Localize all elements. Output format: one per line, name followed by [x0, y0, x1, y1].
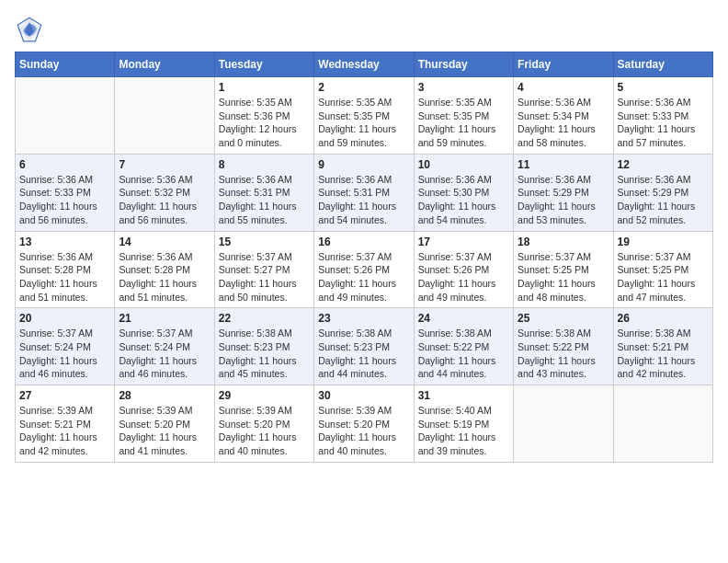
- day-number: 5: [618, 81, 709, 94]
- day-number: 15: [219, 236, 310, 248]
- day-info: Sunrise: 5:38 AM Sunset: 5:21 PM Dayligh…: [618, 327, 709, 381]
- day-info: Sunrise: 5:36 AM Sunset: 5:33 PM Dayligh…: [19, 173, 110, 227]
- calendar-body: 1Sunrise: 5:35 AM Sunset: 5:36 PM Daylig…: [16, 77, 713, 463]
- weekday-header-monday: Monday: [115, 52, 214, 77]
- calendar-cell: 7Sunrise: 5:36 AM Sunset: 5:32 PM Daylig…: [115, 154, 214, 231]
- calendar-cell: 10Sunrise: 5:36 AM Sunset: 5:30 PM Dayli…: [414, 154, 513, 231]
- day-number: 31: [418, 389, 509, 402]
- logo-icon: [15, 15, 44, 44]
- calendar-week-row: 13Sunrise: 5:36 AM Sunset: 5:28 PM Dayli…: [16, 231, 713, 308]
- day-info: Sunrise: 5:37 AM Sunset: 5:25 PM Dayligh…: [518, 250, 609, 304]
- weekday-header-tuesday: Tuesday: [214, 52, 313, 77]
- calendar-cell: [613, 385, 712, 463]
- weekday-header-row: SundayMondayTuesdayWednesdayThursdayFrid…: [16, 52, 713, 77]
- calendar-cell: 3Sunrise: 5:35 AM Sunset: 5:35 PM Daylig…: [414, 77, 513, 155]
- calendar-cell: 15Sunrise: 5:37 AM Sunset: 5:27 PM Dayli…: [214, 231, 313, 308]
- day-info: Sunrise: 5:36 AM Sunset: 5:29 PM Dayligh…: [618, 173, 709, 227]
- day-info: Sunrise: 5:37 AM Sunset: 5:27 PM Dayligh…: [219, 250, 310, 304]
- day-info: Sunrise: 5:38 AM Sunset: 5:23 PM Dayligh…: [318, 327, 409, 381]
- day-info: Sunrise: 5:36 AM Sunset: 5:31 PM Dayligh…: [318, 173, 409, 227]
- calendar-cell: 5Sunrise: 5:36 AM Sunset: 5:33 PM Daylig…: [613, 77, 712, 155]
- day-number: 18: [518, 236, 609, 248]
- day-number: 24: [418, 312, 509, 325]
- calendar-header: SundayMondayTuesdayWednesdayThursdayFrid…: [16, 52, 713, 77]
- calendar-cell: 18Sunrise: 5:37 AM Sunset: 5:25 PM Dayli…: [514, 231, 613, 308]
- day-info: Sunrise: 5:39 AM Sunset: 5:20 PM Dayligh…: [119, 404, 210, 458]
- day-number: 26: [618, 312, 709, 325]
- calendar-cell: [115, 77, 214, 155]
- calendar-week-row: 1Sunrise: 5:35 AM Sunset: 5:36 PM Daylig…: [16, 77, 713, 155]
- calendar-cell: 17Sunrise: 5:37 AM Sunset: 5:26 PM Dayli…: [414, 231, 513, 308]
- day-number: 27: [19, 389, 110, 402]
- day-number: 23: [318, 312, 409, 325]
- day-number: 29: [219, 389, 310, 402]
- calendar-cell: 16Sunrise: 5:37 AM Sunset: 5:26 PM Dayli…: [314, 231, 414, 308]
- day-info: Sunrise: 5:39 AM Sunset: 5:20 PM Dayligh…: [318, 404, 409, 458]
- day-info: Sunrise: 5:40 AM Sunset: 5:19 PM Dayligh…: [418, 404, 509, 458]
- calendar-cell: 2Sunrise: 5:35 AM Sunset: 5:35 PM Daylig…: [314, 77, 414, 155]
- day-info: Sunrise: 5:38 AM Sunset: 5:22 PM Dayligh…: [518, 327, 609, 381]
- day-info: Sunrise: 5:36 AM Sunset: 5:34 PM Dayligh…: [518, 96, 609, 150]
- calendar-cell: 28Sunrise: 5:39 AM Sunset: 5:20 PM Dayli…: [115, 385, 214, 463]
- calendar-cell: 4Sunrise: 5:36 AM Sunset: 5:34 PM Daylig…: [514, 77, 613, 155]
- day-number: 13: [19, 236, 110, 248]
- day-number: 28: [119, 389, 210, 402]
- day-number: 2: [318, 81, 409, 94]
- day-info: Sunrise: 5:36 AM Sunset: 5:28 PM Dayligh…: [19, 250, 110, 304]
- calendar-week-row: 27Sunrise: 5:39 AM Sunset: 5:21 PM Dayli…: [16, 385, 713, 463]
- day-info: Sunrise: 5:35 AM Sunset: 5:36 PM Dayligh…: [219, 96, 310, 150]
- day-number: 1: [219, 81, 310, 94]
- day-number: 11: [518, 158, 609, 171]
- calendar-week-row: 20Sunrise: 5:37 AM Sunset: 5:24 PM Dayli…: [16, 308, 713, 385]
- calendar-cell: [514, 385, 613, 463]
- day-number: 10: [418, 158, 509, 171]
- calendar-cell: 13Sunrise: 5:36 AM Sunset: 5:28 PM Dayli…: [16, 231, 115, 308]
- day-info: Sunrise: 5:35 AM Sunset: 5:35 PM Dayligh…: [318, 96, 409, 150]
- weekday-header-sunday: Sunday: [16, 52, 115, 77]
- day-info: Sunrise: 5:35 AM Sunset: 5:35 PM Dayligh…: [418, 96, 509, 150]
- calendar-cell: 21Sunrise: 5:37 AM Sunset: 5:24 PM Dayli…: [115, 308, 214, 385]
- calendar-cell: 20Sunrise: 5:37 AM Sunset: 5:24 PM Dayli…: [16, 308, 115, 385]
- calendar-cell: 6Sunrise: 5:36 AM Sunset: 5:33 PM Daylig…: [16, 154, 115, 231]
- day-number: 6: [19, 158, 110, 171]
- day-info: Sunrise: 5:39 AM Sunset: 5:21 PM Dayligh…: [19, 404, 110, 458]
- calendar-cell: 23Sunrise: 5:38 AM Sunset: 5:23 PM Dayli…: [314, 308, 414, 385]
- weekday-header-saturday: Saturday: [613, 52, 712, 77]
- day-number: 8: [219, 158, 310, 171]
- day-info: Sunrise: 5:37 AM Sunset: 5:24 PM Dayligh…: [19, 327, 110, 381]
- calendar-table: SundayMondayTuesdayWednesdayThursdayFrid…: [15, 52, 713, 463]
- calendar-cell: 30Sunrise: 5:39 AM Sunset: 5:20 PM Dayli…: [314, 385, 414, 463]
- page-header: [15, 15, 713, 44]
- day-info: Sunrise: 5:39 AM Sunset: 5:20 PM Dayligh…: [219, 404, 310, 458]
- calendar-cell: 26Sunrise: 5:38 AM Sunset: 5:21 PM Dayli…: [613, 308, 712, 385]
- day-number: 19: [618, 236, 709, 248]
- day-number: 14: [119, 236, 210, 248]
- calendar-cell: 8Sunrise: 5:36 AM Sunset: 5:31 PM Daylig…: [214, 154, 313, 231]
- calendar-cell: 9Sunrise: 5:36 AM Sunset: 5:31 PM Daylig…: [314, 154, 414, 231]
- calendar-cell: 1Sunrise: 5:35 AM Sunset: 5:36 PM Daylig…: [214, 77, 313, 155]
- day-info: Sunrise: 5:37 AM Sunset: 5:25 PM Dayligh…: [618, 250, 709, 304]
- day-info: Sunrise: 5:36 AM Sunset: 5:33 PM Dayligh…: [618, 96, 709, 150]
- day-number: 25: [518, 312, 609, 325]
- calendar-cell: 11Sunrise: 5:36 AM Sunset: 5:29 PM Dayli…: [514, 154, 613, 231]
- calendar-week-row: 6Sunrise: 5:36 AM Sunset: 5:33 PM Daylig…: [16, 154, 713, 231]
- day-number: 12: [618, 158, 709, 171]
- day-number: 3: [418, 81, 509, 94]
- day-number: 7: [119, 158, 210, 171]
- day-info: Sunrise: 5:38 AM Sunset: 5:23 PM Dayligh…: [219, 327, 310, 381]
- day-number: 22: [219, 312, 310, 325]
- day-info: Sunrise: 5:37 AM Sunset: 5:26 PM Dayligh…: [418, 250, 509, 304]
- day-info: Sunrise: 5:37 AM Sunset: 5:26 PM Dayligh…: [318, 250, 409, 304]
- logo: [15, 15, 48, 44]
- calendar-cell: 14Sunrise: 5:36 AM Sunset: 5:28 PM Dayli…: [115, 231, 214, 308]
- calendar-cell: [16, 77, 115, 155]
- calendar-cell: 19Sunrise: 5:37 AM Sunset: 5:25 PM Dayli…: [613, 231, 712, 308]
- calendar-cell: 29Sunrise: 5:39 AM Sunset: 5:20 PM Dayli…: [214, 385, 313, 463]
- day-number: 20: [19, 312, 110, 325]
- day-number: 30: [318, 389, 409, 402]
- calendar-cell: 12Sunrise: 5:36 AM Sunset: 5:29 PM Dayli…: [613, 154, 712, 231]
- calendar-cell: 25Sunrise: 5:38 AM Sunset: 5:22 PM Dayli…: [514, 308, 613, 385]
- day-info: Sunrise: 5:36 AM Sunset: 5:31 PM Dayligh…: [219, 173, 310, 227]
- day-number: 21: [119, 312, 210, 325]
- day-info: Sunrise: 5:38 AM Sunset: 5:22 PM Dayligh…: [418, 327, 509, 381]
